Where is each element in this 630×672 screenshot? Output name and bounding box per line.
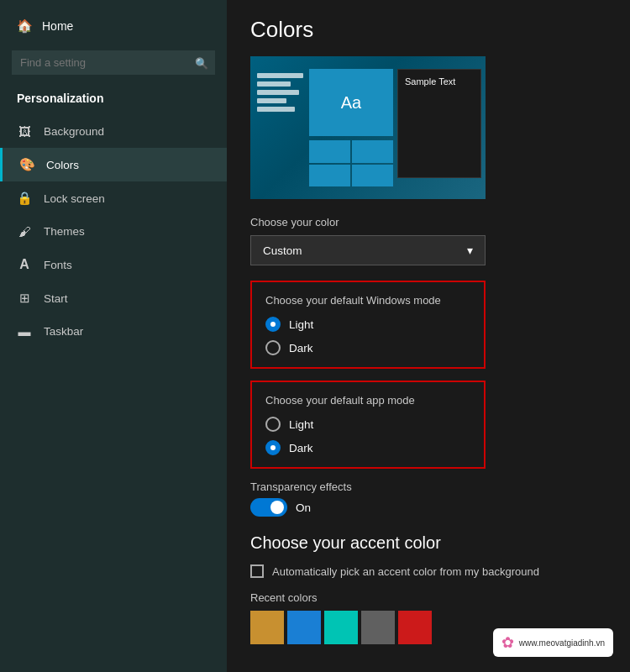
sidebar-item-fonts[interactable]: A Fonts [0,248,227,281]
chevron-down-icon: ▾ [467,244,473,257]
windows-mode-dark-label: Dark [289,342,313,354]
toggle-thumb [270,501,284,514]
color-swatch-blue[interactable] [287,611,321,644]
page-title: Colors [250,17,606,43]
radio-inner [270,445,276,450]
color-dropdown[interactable]: Custom ▾ [250,235,486,265]
sidebar-item-lock-screen[interactable]: 🔒 Lock screen [0,181,227,215]
flower-icon: ✿ [501,633,514,652]
themes-icon: 🖌 [17,224,32,239]
radio-inner [270,322,276,327]
transparency-on-label: On [296,501,311,514]
main-content: Colors Aa Sample Text Choose your color … [227,0,630,672]
preview-window-dark: Sample Text [397,69,481,178]
preview-stripe [257,98,286,103]
lock-icon: 🔒 [17,191,32,206]
sidebar-item-label: Lock screen [44,192,105,205]
accent-color-title: Choose your accent color [250,533,606,553]
preview-stripe [257,73,303,78]
app-mode-dark-radio[interactable] [265,440,281,455]
app-mode-light-radio[interactable] [265,417,281,432]
auto-pick-label: Automatically pick an accent color from … [272,565,539,578]
transparency-toggle-container: On [250,498,606,517]
sidebar-item-start[interactable]: ⊞ Start [0,281,227,315]
home-icon: 🏠 [17,18,32,34]
preview-stripe [257,107,295,112]
app-mode-light[interactable]: Light [265,417,470,432]
transparency-toggle[interactable] [250,498,287,517]
start-icon: ⊞ [17,291,32,306]
app-mode-dark[interactable]: Dark [265,440,470,455]
preview-grid-cell [309,165,350,187]
sidebar-item-taskbar[interactable]: ▬ Taskbar [0,315,227,348]
preview-stripe [257,81,291,87]
sidebar-search-container: 🔍 [12,50,215,75]
app-mode-box: Choose your default app mode Light Dark [250,381,486,469]
recent-colors-label: Recent colors [250,591,606,604]
app-mode-light-label: Light [289,418,313,431]
preview-window-blue: Aa [309,69,393,136]
auto-pick-row[interactable]: Automatically pick an accent color from … [250,564,606,578]
transparency-section: Transparency effects On [250,480,606,517]
auto-pick-checkbox[interactable] [250,564,264,578]
sidebar-item-colors[interactable]: 🎨 Colors [0,148,227,181]
watermark: ✿ www.meovatgiadinh.vn [493,628,613,657]
windows-mode-light-label: Light [289,318,313,331]
search-icon: 🔍 [195,56,208,69]
preview-grid-cell [352,140,393,163]
sidebar-item-label: Start [44,292,68,305]
sidebar-item-label: Taskbar [44,325,83,338]
app-mode-dark-label: Dark [289,442,313,454]
sidebar: 🏠 Home 🔍 Personalization 🖼 Background 🎨 … [0,0,227,672]
sidebar-home-label: Home [42,19,73,33]
preview-aa-label: Aa [341,93,361,113]
preview-stripes [257,73,307,115]
sidebar-item-background[interactable]: 🖼 Background [0,115,227,148]
windows-mode-dark-radio[interactable] [265,340,281,355]
sidebar-item-label: Background [44,125,104,138]
search-input[interactable] [12,50,215,75]
background-icon: 🖼 [17,124,32,139]
preview-stripe [257,90,299,95]
color-swatch-gray[interactable] [361,611,395,644]
color-swatch-teal[interactable] [324,611,358,644]
windows-mode-title: Choose your default Windows mode [265,294,470,307]
taskbar-icon: ▬ [17,324,32,339]
personalization-label: Personalization [0,85,227,115]
windows-mode-box: Choose your default Windows mode Light D… [250,281,486,369]
preview-area: Aa Sample Text [250,56,486,199]
preview-window-grid [309,140,393,186]
color-swatch-gold[interactable] [250,611,284,644]
sidebar-item-label: Fonts [44,259,72,271]
watermark-text: www.meovatgiadinh.vn [519,638,605,648]
sidebar-item-label: Colors [46,159,79,171]
choose-color-label: Choose your color [250,216,606,228]
windows-mode-light[interactable]: Light [265,317,470,332]
colors-icon: 🎨 [19,157,34,172]
transparency-label: Transparency effects [250,480,606,493]
windows-mode-dark[interactable]: Dark [265,340,470,355]
preview-sample-text: Sample Text [405,76,455,87]
sidebar-item-themes[interactable]: 🖌 Themes [0,215,227,248]
preview-grid-cell [352,165,393,187]
color-swatch-red[interactable] [398,611,432,644]
app-mode-title: Choose your default app mode [265,394,470,407]
fonts-icon: A [17,257,32,272]
preview-grid-cell [309,140,350,163]
sidebar-item-label: Themes [44,225,85,238]
color-dropdown-value: Custom [263,244,302,257]
windows-mode-light-radio[interactable] [265,317,281,332]
sidebar-item-home[interactable]: 🏠 Home [0,8,227,44]
